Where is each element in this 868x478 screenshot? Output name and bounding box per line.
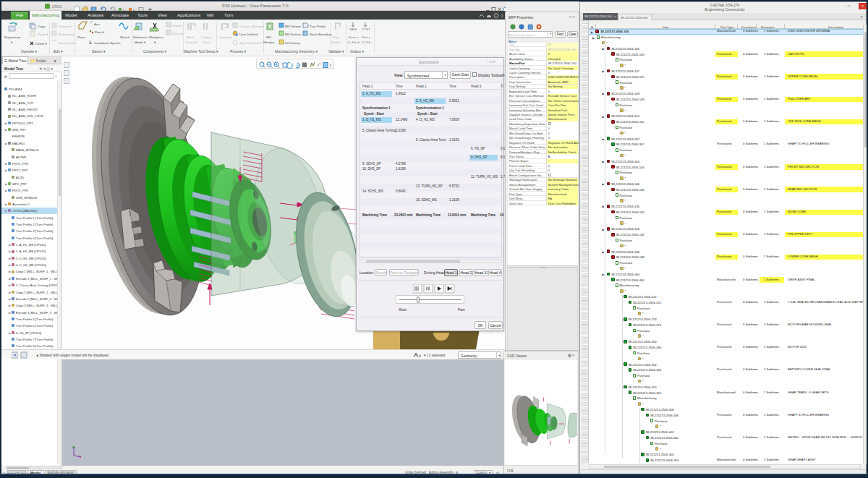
svg-text:Save a: Save a — [349, 35, 359, 39]
svg-text:Window: Window — [263, 40, 275, 44]
svg-text:Model ▾: Model ▾ — [135, 40, 146, 44]
svg-text:Paste ▾: Paste ▾ — [38, 33, 48, 36]
svg-text:Play: Play — [333, 35, 339, 39]
svg-text:?: ? — [501, 14, 503, 19]
svg-text:Mill Volume: Mill Volume — [285, 25, 302, 28]
svg-text:Plane: Plane — [77, 35, 86, 39]
svg-text:SAVE: SAVE — [349, 27, 357, 31]
svg-text:POST: POST — [362, 27, 370, 31]
svg-text:Pattern ▾: Pattern ▾ — [59, 25, 72, 28]
svg-text:Sketch: Sketch — [120, 35, 130, 39]
svg-text:Centre ▾: Centre ▾ — [185, 40, 197, 44]
svg-text:Turn Profile: Turn Profile — [310, 25, 326, 28]
svg-text:Cutting: Cutting — [201, 35, 211, 39]
svg-text:Post a: Post a — [362, 35, 371, 39]
svg-text:Synchronize: Synchronize — [59, 41, 76, 45]
svg-text:Delete ▾: Delete ▾ — [35, 42, 48, 46]
svg-text:Drill Group: Drill Group — [285, 41, 300, 45]
svg-text:Stock Boundary: Stock Boundary — [310, 33, 332, 36]
svg-text:▾: ▾ — [154, 40, 156, 44]
svg-text:Step Parameters: Step Parameters — [239, 41, 263, 45]
svg-text:Process Manager: Process Manager — [239, 25, 264, 28]
svg-text:Pattern: Pattern — [172, 24, 182, 27]
svg-text:Mill Surface: Mill Surface — [285, 33, 302, 36]
svg-text:Workpiece: Workpiece — [149, 35, 164, 39]
svg-text:▾: ▾ — [11, 40, 13, 44]
svg-text:Reference: Reference — [133, 35, 148, 39]
svg-text:Point ▾: Point ▾ — [95, 30, 105, 34]
svg-text:Copy: Copy — [38, 25, 46, 28]
svg-text:Mill: Mill — [266, 35, 271, 39]
svg-text:Operation: Operation — [218, 35, 232, 39]
svg-text:Classify: Classify — [172, 32, 184, 35]
svg-text:Tools: Tools — [203, 40, 210, 44]
svg-text:CL File: CL File — [362, 40, 372, 44]
svg-text:Subroutines: Subroutines — [59, 33, 75, 36]
svg-text:Axis: Axis — [94, 22, 100, 26]
svg-text:User Defined: User Defined — [239, 33, 258, 36]
svg-text:Coordinate System: Coordinate System — [94, 41, 121, 45]
svg-text:CL File ▾: CL File ▾ — [347, 40, 360, 44]
svg-text:Work: Work — [187, 35, 195, 39]
svg-text:Regenerate: Regenerate — [4, 35, 21, 39]
svg-text:Path ▾: Path ▾ — [331, 40, 341, 44]
